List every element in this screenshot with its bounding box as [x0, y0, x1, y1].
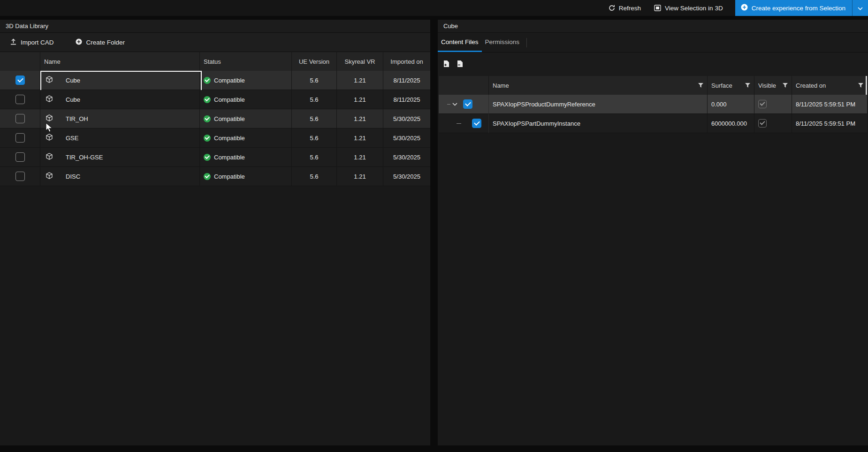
status-text: Compatible — [214, 77, 245, 84]
row-checkbox[interactable] — [463, 99, 472, 109]
created-on-value: 8/11/2025 5:59:51 PM — [796, 101, 855, 108]
content-table-body: SPAXIopPSProductDummyReference 0.000 8/1… — [439, 95, 867, 133]
row-skyreal-vr-cell: 1.21 — [337, 90, 383, 109]
row-ue-version-cell: 5.6 — [292, 71, 337, 90]
library-row[interactable]: Cube Compatible 5.6 1.21 8/11/2025 — [0, 90, 430, 109]
status-text: Compatible — [214, 154, 245, 161]
row-checkbox-cell — [0, 109, 40, 128]
row-checkbox[interactable] — [472, 119, 481, 128]
header-status: Status — [200, 52, 292, 71]
filter-funnel-icon[interactable] — [698, 82, 703, 89]
ue-version-value: 5.6 — [310, 115, 318, 122]
header-surface: Surface — [708, 76, 754, 95]
row-status-cell: Compatible — [200, 109, 292, 128]
tab-content-files[interactable]: Content Files — [438, 34, 482, 52]
library-row[interactable]: GSE Compatible 5.6 1.21 5/30/2025 — [0, 128, 430, 148]
library-row[interactable]: DISC Compatible 5.6 1.21 5/30/2025 — [0, 167, 430, 186]
refresh-button[interactable]: Refresh — [602, 0, 647, 16]
library-row[interactable]: TIR_OH Compatible 5.6 1.21 5/30/2025 — [0, 109, 430, 128]
cube-3d-icon — [46, 76, 53, 84]
row-checkbox[interactable] — [15, 172, 25, 181]
cube-3d-icon — [46, 134, 53, 142]
row-skyreal-vr-cell: 1.21 — [337, 148, 383, 167]
compatible-check-icon — [204, 135, 211, 142]
refresh-label: Refresh — [619, 5, 641, 12]
surface-value: 0.000 — [711, 101, 727, 108]
row-name-cell: Cube — [40, 90, 200, 109]
compatible-check-icon — [204, 154, 211, 161]
tree-dash — [447, 104, 450, 105]
ue-version-value: 5.6 — [310, 135, 318, 142]
header-checkbox-column — [0, 52, 40, 71]
row-status-cell: Compatible — [200, 71, 292, 90]
row-name-cell: Cube — [40, 71, 200, 90]
tab-permissions[interactable]: Permissions — [482, 34, 523, 52]
cube-3d-icon — [46, 95, 53, 104]
row-expander-cell — [439, 95, 489, 114]
header-expander-column — [439, 76, 489, 95]
row-status-cell: Compatible — [200, 148, 292, 167]
compatible-check-icon — [204, 115, 211, 122]
library-row[interactable]: TIR_OH-GSE Compatible 5.6 1.21 5/30/2025 — [0, 148, 430, 167]
remove-document-button[interactable] — [456, 59, 464, 70]
row-surface-cell: 0.000 — [708, 95, 754, 114]
header-created-on: Created on — [792, 76, 867, 95]
visible-checkbox[interactable] — [758, 100, 767, 108]
row-visible-cell — [754, 95, 792, 114]
content-file-row[interactable]: SPAXIopPSProductDummyReference 0.000 8/1… — [439, 95, 867, 114]
header-name: Name — [489, 76, 708, 95]
ue-version-value: 5.6 — [310, 77, 318, 84]
filter-funnel-icon[interactable] — [745, 82, 750, 89]
ue-version-value: 5.6 — [310, 154, 318, 161]
content-files-table: Name Surface Visible Created on — [439, 76, 867, 133]
created-on-value: 8/11/2025 5:59:51 PM — [796, 120, 855, 127]
upload-icon — [10, 38, 16, 46]
row-ue-version-cell: 5.6 — [292, 148, 337, 167]
detail-tabbar: Content Files Permissions — [438, 33, 868, 53]
status-text: Compatible — [214, 115, 245, 122]
create-experience-dropdown-button[interactable] — [852, 0, 868, 16]
surface-value: 6000000.000 — [711, 120, 747, 127]
row-checkbox[interactable] — [15, 95, 25, 104]
asset-name: GSE — [66, 135, 78, 142]
row-checkbox[interactable] — [15, 152, 25, 162]
header-visible: Visible — [754, 76, 792, 95]
filter-funnel-icon[interactable] — [858, 82, 863, 89]
row-skyreal-vr-cell: 1.21 — [337, 128, 383, 148]
chevron-down-icon[interactable] — [452, 103, 457, 106]
add-document-button[interactable] — [442, 59, 450, 70]
skyreal-vr-value: 1.21 — [354, 154, 365, 161]
import-cad-button[interactable]: Import CAD — [8, 37, 57, 48]
row-status-cell: Compatible — [200, 90, 292, 109]
library-row[interactable]: Cube Compatible 5.6 1.21 8/11/2025 — [0, 71, 430, 90]
visible-checkbox[interactable] — [758, 119, 767, 128]
row-checkbox[interactable] — [15, 114, 25, 123]
row-imported-on-cell: 5/30/2025 — [383, 109, 430, 128]
status-text: Compatible — [214, 135, 245, 142]
row-checkbox[interactable] — [15, 133, 25, 143]
skyreal-vr-value: 1.21 — [354, 77, 365, 84]
asset-name: TIR_OH — [66, 115, 88, 122]
filter-funnel-icon[interactable] — [783, 82, 788, 89]
row-name-cell: TIR_OH-GSE — [40, 148, 200, 167]
imported-on-value: 5/30/2025 — [393, 115, 420, 122]
top-action-bar: Refresh View Selection in 3D Create expe… — [0, 0, 868, 16]
create-experience-button[interactable]: Create experience from Selection — [735, 0, 852, 16]
content-file-name: SPAXIopPSPartDummyInstance — [493, 120, 580, 127]
scrollbar-thumb[interactable] — [866, 76, 867, 95]
cube-3d-icon — [46, 153, 53, 161]
row-status-cell: Compatible — [200, 128, 292, 148]
imported-on-value: 8/11/2025 — [394, 77, 420, 84]
row-skyreal-vr-cell: 1.21 — [337, 167, 383, 186]
library-panel: 3D Data Library Import CAD Create Folder… — [0, 20, 430, 445]
row-checkbox[interactable] — [15, 75, 25, 85]
row-surface-cell: 6000000.000 — [708, 114, 754, 133]
detail-panel: Cube Content Files Permissions — [438, 20, 868, 445]
skyreal-vr-value: 1.21 — [354, 96, 365, 103]
create-folder-button[interactable]: Create Folder — [73, 37, 128, 48]
refresh-icon — [609, 5, 615, 11]
content-file-row[interactable]: SPAXIopPSPartDummyInstance 6000000.000 8… — [439, 114, 867, 133]
view-selection-3d-button[interactable]: View Selection in 3D — [647, 0, 730, 16]
view-selection-3d-label: View Selection in 3D — [665, 5, 723, 12]
plus-circle-icon — [741, 4, 748, 12]
